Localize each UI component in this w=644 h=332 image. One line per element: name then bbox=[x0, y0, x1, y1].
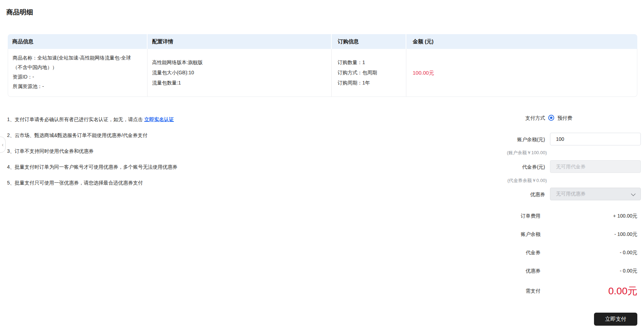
note-4: 4、批量支付时订单为同一客户账号才可使用优惠券，多个账号无法使用优惠券 bbox=[7, 164, 177, 170]
coupon-select-placeholder: 无可用优惠券 bbox=[556, 191, 586, 197]
table-header-row: 商品信息 配置详情 订购信息 金额 (元) bbox=[8, 34, 637, 49]
note-1: 1、支付订单请务必确认所有者已进行实名认证，如无，请点击 立即实名认证 bbox=[7, 117, 177, 122]
due-label: 需支付 bbox=[493, 288, 540, 294]
order-summary: 订单费用 + 100.00元 账户余额 - 100.00元 代金券 - 0.00… bbox=[493, 207, 637, 302]
product-name-line1: 商品名称：全站加速(全站加速-高性能网络流量包-全球 bbox=[13, 53, 147, 63]
summary-label: 订单费用 bbox=[493, 213, 540, 219]
header-product-info: 商品信息 bbox=[8, 34, 147, 49]
header-order-info: 订购信息 bbox=[331, 34, 406, 49]
due-amount: 0.00元 bbox=[608, 284, 638, 298]
cell-order-info: 订购数量：1 订购方式：包周期 订购周期：1年 bbox=[331, 49, 406, 96]
collapse-panel-handle[interactable]: ‹ bbox=[0, 137, 6, 153]
summary-row-voucher: 代金券 - 0.00元 bbox=[493, 244, 637, 262]
order-mode: 订购方式：包周期 bbox=[338, 68, 406, 78]
note-3: 3、订单不支持同时使用代金券和优惠券 bbox=[7, 148, 177, 154]
product-detail-table: 商品信息 配置详情 订购信息 金额 (元) 商品名称：全站加速(全站加速-高性能… bbox=[8, 34, 637, 97]
chevron-left-icon: ‹ bbox=[2, 142, 4, 148]
realname-auth-link[interactable]: 立即实名认证 bbox=[144, 117, 174, 122]
summary-label: 账户余额 bbox=[493, 231, 540, 238]
page-title: 商品明细 bbox=[6, 8, 33, 17]
summary-label: 优惠券 bbox=[493, 268, 540, 274]
order-quantity: 订购数量：1 bbox=[338, 57, 406, 68]
pay-now-button[interactable]: 立即支付 bbox=[594, 313, 637, 326]
cell-product-info: 商品名称：全站加速(全站加速-高性能网络流量包-全球 （不含中国内地）） 资源I… bbox=[8, 49, 147, 96]
summary-value: - 0.00元 bbox=[620, 250, 637, 256]
note-5: 5、批量支付只可使用一张优惠券，请您选择最合适优惠券支付 bbox=[7, 180, 177, 186]
config-package-count: 流量包数量:1 bbox=[152, 78, 331, 88]
account-balance-label: 账户余额(元) bbox=[493, 137, 545, 143]
account-balance-input[interactable] bbox=[550, 133, 641, 145]
order-period: 订购周期：1年 bbox=[338, 78, 406, 88]
summary-label: 代金券 bbox=[493, 250, 540, 256]
resource-pool: 所属资源池：- bbox=[13, 82, 147, 91]
summary-row-due: 需支付 0.00元 bbox=[493, 280, 637, 302]
note-2: 2、云市场、甄选商城&甄选服务订单不能使用优惠券/代金券支付 bbox=[7, 132, 177, 138]
summary-row-order-fee: 订单费用 + 100.00元 bbox=[493, 207, 637, 225]
summary-value: - 0.00元 bbox=[620, 268, 637, 274]
coupon-select[interactable]: 无可用优惠券 bbox=[550, 188, 641, 200]
config-version: 高性能网络版本:旗舰版 bbox=[152, 57, 331, 68]
prepaid-radio[interactable] bbox=[548, 115, 554, 121]
row-amount-value: 100.00元 bbox=[413, 68, 637, 78]
voucher-balance-hint: (代金券余额￥0.00) bbox=[468, 177, 547, 184]
header-config-detail: 配置详情 bbox=[147, 34, 331, 49]
config-package-size: 流量包大小(GB):10 bbox=[152, 68, 331, 78]
cell-config-detail: 高性能网络版本:旗舰版 流量包大小(GB):10 流量包数量:1 bbox=[147, 49, 331, 96]
prepaid-option-label: 预付费 bbox=[557, 115, 572, 121]
chevron-down-icon bbox=[631, 192, 636, 196]
table-row: 商品名称：全站加速(全站加速-高性能网络流量包-全球 （不含中国内地）） 资源I… bbox=[8, 49, 637, 97]
payment-notes: 1、支付订单请务必确认所有者已进行实名认证，如无，请点击 立即实名认证 2、云市… bbox=[7, 117, 177, 196]
header-amount: 金额 (元) bbox=[406, 34, 637, 49]
payment-method-label: 支付方式 bbox=[493, 115, 545, 121]
summary-row-account-balance: 账户余额 - 100.00元 bbox=[493, 225, 637, 244]
coupon-label: 优惠券 bbox=[493, 192, 545, 198]
summary-row-coupon: 优惠券 - 0.00元 bbox=[493, 262, 637, 280]
cell-amount: 100.00元 bbox=[406, 49, 637, 96]
summary-value: + 100.00元 bbox=[613, 213, 637, 219]
voucher-input[interactable] bbox=[550, 160, 641, 173]
product-name-line2: （不含中国内地）） bbox=[13, 63, 147, 72]
resource-id: 资源ID：- bbox=[13, 72, 147, 82]
voucher-label: 代金券(元) bbox=[493, 164, 545, 170]
note-1-text: 1、支付订单请务必确认所有者已进行实名认证，如无，请点击 bbox=[7, 117, 144, 122]
summary-value: - 100.00元 bbox=[614, 231, 637, 238]
account-balance-hint: (账户余额￥100.00) bbox=[468, 150, 547, 156]
